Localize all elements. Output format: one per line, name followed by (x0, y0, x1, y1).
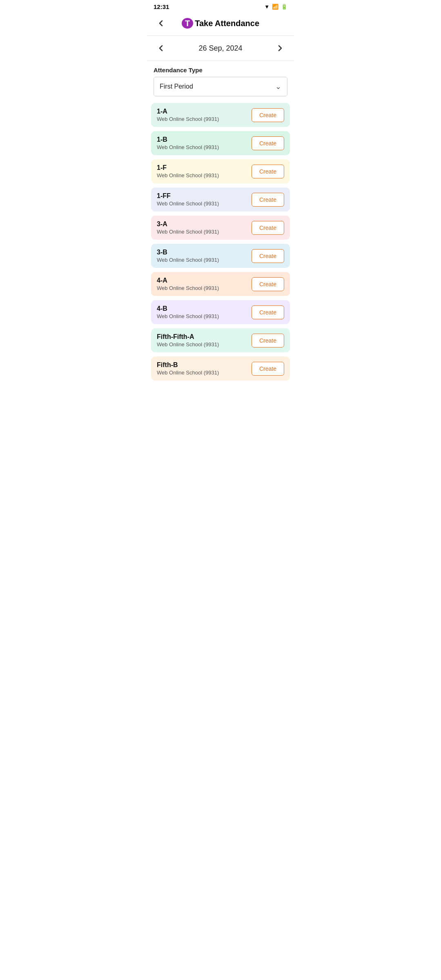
class-card-3b: 3-BWeb Online School (9931)Create (151, 244, 290, 268)
class-name-1a: 1-A (157, 108, 219, 115)
class-name-3a: 3-A (157, 220, 219, 228)
class-info-4a: 4-AWeb Online School (9931) (157, 277, 219, 291)
wifi-icon: ▼ (264, 4, 270, 10)
create-button-fifth-fifth-a[interactable]: Create (252, 334, 284, 347)
class-info-1b: 1-BWeb Online School (9931) (157, 136, 219, 150)
class-school-1b: Web Online School (9931) (157, 144, 219, 150)
class-school-fifth-fifth-a: Web Online School (9931) (157, 341, 219, 347)
class-info-3b: 3-BWeb Online School (9931) (157, 249, 219, 263)
class-school-1a: Web Online School (9931) (157, 116, 219, 122)
class-name-4a: 4-A (157, 277, 219, 284)
class-card-fifth-b: Fifth-BWeb Online School (9931)Create (151, 356, 290, 381)
dropdown-arrow-icon: ⌄ (275, 82, 281, 91)
class-info-fifth-fifth-a: Fifth-Fifth-AWeb Online School (9931) (157, 333, 219, 347)
class-school-3b: Web Online School (9931) (157, 257, 219, 263)
class-name-3b: 3-B (157, 249, 219, 256)
prev-date-icon (156, 43, 166, 53)
next-date-icon (275, 43, 285, 53)
create-button-4b[interactable]: Create (252, 305, 284, 319)
class-card-3a: 3-AWeb Online School (9931)Create (151, 216, 290, 240)
attendance-type-label: Attendance Type (147, 61, 294, 77)
attendance-type-dropdown[interactable]: First Period ⌄ (154, 77, 287, 96)
app-header: TTake Attendance (147, 12, 294, 36)
class-name-1f: 1-F (157, 164, 219, 172)
class-card-fifth-fifth-a: Fifth-Fifth-AWeb Online School (9931)Cre… (151, 328, 290, 352)
class-name-fifth-b: Fifth-B (157, 361, 219, 369)
signal-icon: 📶 (272, 4, 278, 10)
class-card-1a: 1-AWeb Online School (9931)Create (151, 103, 290, 127)
class-info-1f: 1-FWeb Online School (9931) (157, 164, 219, 178)
create-button-fifth-b[interactable]: Create (252, 362, 284, 376)
battery-icon: 🔋 (281, 4, 287, 10)
class-card-1ff: 1-FFWeb Online School (9931)Create (151, 187, 290, 212)
back-button[interactable] (154, 16, 168, 31)
class-info-1ff: 1-FFWeb Online School (9931) (157, 192, 219, 207)
class-name-1b: 1-B (157, 136, 219, 143)
class-name-1ff: 1-FF (157, 192, 219, 200)
current-date: 26 Sep, 2024 (198, 44, 242, 53)
class-card-4a: 4-AWeb Online School (9931)Create (151, 272, 290, 296)
title-highlight: T (182, 18, 193, 29)
status-bar: 12:31 ▼ 📶 🔋 (147, 0, 294, 12)
back-icon (156, 18, 166, 28)
date-navigation: 26 Sep, 2024 (147, 36, 294, 61)
create-button-1ff[interactable]: Create (252, 193, 284, 207)
class-school-1ff: Web Online School (9931) (157, 200, 219, 207)
create-button-1f[interactable]: Create (252, 165, 284, 178)
class-name-4b: 4-B (157, 305, 219, 312)
class-info-fifth-b: Fifth-BWeb Online School (9931) (157, 361, 219, 376)
next-date-button[interactable] (273, 41, 287, 56)
prev-date-button[interactable] (154, 41, 168, 56)
status-time: 12:31 (154, 3, 169, 10)
create-button-3a[interactable]: Create (252, 221, 284, 235)
classes-list: 1-AWeb Online School (9931)Create1-BWeb … (147, 103, 294, 389)
attendance-type-selected: First Period (160, 83, 193, 90)
class-info-3a: 3-AWeb Online School (9931) (157, 220, 219, 235)
status-icons: ▼ 📶 🔋 (264, 4, 287, 10)
class-info-1a: 1-AWeb Online School (9931) (157, 108, 219, 122)
create-button-4a[interactable]: Create (252, 277, 284, 291)
page-title: TTake Attendance (168, 19, 273, 28)
class-school-3a: Web Online School (9931) (157, 229, 219, 235)
create-button-3b[interactable]: Create (252, 249, 284, 263)
class-card-1f: 1-FWeb Online School (9931)Create (151, 159, 290, 183)
create-button-1b[interactable]: Create (252, 136, 284, 150)
class-card-4b: 4-BWeb Online School (9931)Create (151, 300, 290, 324)
class-card-1b: 1-BWeb Online School (9931)Create (151, 131, 290, 155)
class-school-4a: Web Online School (9931) (157, 285, 219, 291)
class-name-fifth-fifth-a: Fifth-Fifth-A (157, 333, 219, 341)
create-button-1a[interactable]: Create (252, 108, 284, 122)
class-school-1f: Web Online School (9931) (157, 172, 219, 178)
class-info-4b: 4-BWeb Online School (9931) (157, 305, 219, 319)
class-school-fifth-b: Web Online School (9931) (157, 370, 219, 376)
class-school-4b: Web Online School (9931) (157, 313, 219, 319)
